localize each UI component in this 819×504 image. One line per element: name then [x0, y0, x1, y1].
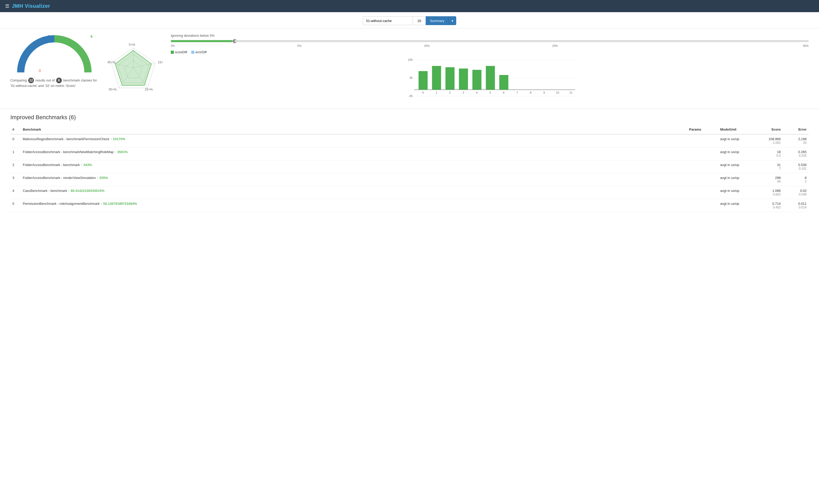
- row-benchmark: FolderAccessBenchmark - renderViewSimula…: [21, 173, 687, 186]
- deviation-section: Ignoring deviations below 5% 0% 5% 10% 2…: [171, 34, 809, 103]
- table-row: 2 FolderAccessBenchmark - benchmark ↑ 34…: [10, 160, 809, 173]
- svg-rect-28: [473, 70, 482, 90]
- svg-rect-29: [486, 66, 495, 90]
- error-main: 0.011: [798, 202, 807, 206]
- col-params: Params: [687, 125, 718, 134]
- row-index: 4: [10, 186, 21, 199]
- svg-text:5: 5: [489, 91, 491, 94]
- table-header: # Benchmark Params Mode/Unit Score Error: [10, 125, 809, 134]
- row-benchmark: CascBenchmark - benchmark ↑ 80.414221003…: [21, 186, 687, 199]
- table-row: 1 FolderAccessBenchmark - benchmarkNewMa…: [10, 147, 809, 160]
- slider-track: [171, 40, 809, 42]
- gauge-section: 6 6 0 Comparing 12 results out of 6 benc…: [10, 34, 98, 103]
- svg-text:5+%: 5+%: [129, 43, 135, 47]
- legend-score-color: [171, 51, 174, 54]
- improvement-badge: ↑ 343%: [81, 163, 92, 167]
- label-5pct: 5%: [297, 44, 301, 47]
- row-score: 31 7: [752, 160, 783, 173]
- row-score: 108,966 1,061: [752, 134, 783, 147]
- error-main: 2,198: [798, 137, 807, 141]
- svg-rect-24: [419, 71, 428, 90]
- slider-fill: [171, 40, 235, 42]
- summary-dropdown[interactable]: ▾: [449, 16, 456, 25]
- row-index: 1: [10, 147, 21, 160]
- benchmark-input[interactable]: [363, 16, 413, 25]
- col-benchmark: Benchmark: [21, 125, 687, 134]
- row-benchmark: FolderAccessBenchmark - benchmark ↑ 343%: [21, 160, 687, 173]
- svg-text:105: 105: [408, 58, 413, 61]
- svg-text:6: 6: [91, 34, 93, 39]
- score-secondary: 84: [777, 180, 781, 183]
- row-index: 5: [10, 199, 21, 212]
- header: ☰ JMH Visualizer: [0, 0, 819, 12]
- legend-error: errorDiff: [191, 50, 206, 54]
- legend-score: scoreDiff: [171, 50, 187, 54]
- table-section: Improved Benchmarks (6) # Benchmark Para…: [0, 109, 819, 217]
- row-mode: avgt in us/op: [718, 199, 752, 212]
- row-params: [687, 160, 718, 173]
- label-50pct: 50%: [803, 44, 809, 47]
- table-row: 3 FolderAccessBenchmark - renderViewSimu…: [10, 173, 809, 186]
- row-mode: avgt in us/op: [718, 147, 752, 160]
- row-benchmark: MaliciousRegexBenchmark - benchmarkPermi…: [21, 134, 687, 147]
- score-secondary: 1,061: [773, 141, 781, 145]
- row-params: [687, 199, 718, 212]
- score-main: 18: [777, 150, 781, 154]
- radar-section: 5+% 15+% 25+% 35+% 45+%: [103, 34, 166, 103]
- svg-text:2: 2: [449, 91, 451, 94]
- col-mode: Mode/Unit: [718, 125, 752, 134]
- row-params: [687, 186, 718, 199]
- slider-labels: 0% 5% 10% 20% 50%: [171, 44, 809, 47]
- svg-text:35: 35: [410, 76, 413, 79]
- score-secondary: 0.602: [773, 193, 781, 196]
- legend-error-color: [191, 51, 194, 54]
- summary-area: 6 6 0 Comparing 12 results out of 6 benc…: [0, 28, 819, 109]
- summary-button[interactable]: Summary: [426, 16, 449, 25]
- row-benchmark: PermissionBenchmark - roleAssignmentBenc…: [21, 199, 687, 212]
- improvement-badge: ↑ 255%: [97, 176, 108, 180]
- svg-text:8: 8: [530, 91, 531, 94]
- svg-rect-27: [459, 69, 468, 90]
- row-index: 0: [10, 134, 21, 147]
- row-index: 3: [10, 173, 21, 186]
- summary-button-group: Summary ▾: [426, 16, 457, 25]
- menu-icon: ☰: [5, 3, 9, 9]
- gauge-chart: 6 6 0: [16, 34, 93, 75]
- table-title: Improved Benchmarks (6): [10, 114, 809, 121]
- legend-score-label: scoreDiff: [175, 50, 187, 54]
- score-main: 0.714: [772, 202, 781, 206]
- row-error: 0.536 0.101: [783, 160, 809, 173]
- row-error: 2,198 20: [783, 134, 809, 147]
- svg-text:9: 9: [543, 91, 545, 94]
- score-main: 298: [775, 176, 781, 180]
- svg-rect-26: [446, 67, 455, 90]
- improvement-badge: ↑ 10170%: [110, 137, 125, 141]
- row-params: [687, 134, 718, 147]
- row-index: 2: [10, 160, 21, 173]
- row-mode: avgt in us/op: [718, 173, 752, 186]
- chart-legend: scoreDiff errorDiff: [171, 50, 809, 54]
- improvement-badge: ↑ 80.41422100335015%: [68, 189, 104, 193]
- svg-text:6: 6: [48, 34, 50, 39]
- row-mode: avgt in us/op: [718, 186, 752, 199]
- row-score: 18 0.5: [752, 147, 783, 160]
- col-score: Score: [752, 125, 783, 134]
- svg-text:35+%: 35+%: [108, 88, 116, 91]
- bar-chart: 105 35 -35: [171, 56, 809, 103]
- run-input[interactable]: [413, 16, 426, 25]
- table-row: 5 PermissionBenchmark - roleAssignmentBe…: [10, 199, 809, 212]
- error-main: 0.02: [800, 189, 807, 193]
- label-10pct: 10%: [424, 44, 430, 47]
- error-secondary: 0.046: [799, 193, 807, 196]
- error-secondary: 0.025: [799, 154, 807, 157]
- row-score: 298 84: [752, 173, 783, 186]
- svg-text:4: 4: [476, 91, 478, 94]
- slider-container: [171, 40, 809, 42]
- toolbar: Summary ▾: [0, 12, 819, 28]
- error-secondary: 0.101: [799, 167, 807, 170]
- svg-text:0: 0: [39, 69, 41, 73]
- svg-text:0: 0: [422, 91, 424, 94]
- error-main: 0.265: [798, 150, 807, 154]
- score-secondary: 0.452: [773, 206, 781, 209]
- score-secondary: 7: [779, 167, 781, 170]
